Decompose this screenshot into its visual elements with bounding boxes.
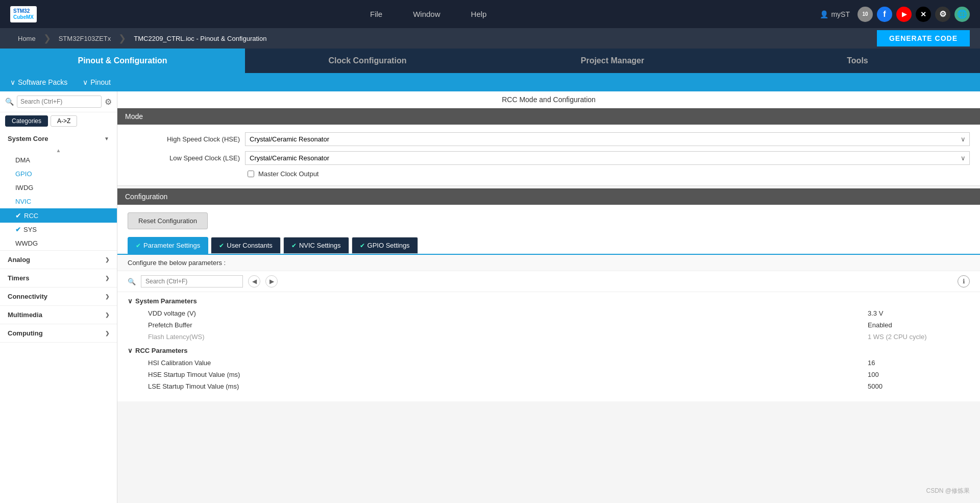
sidebar-section-timers: Timers ❯: [0, 269, 117, 288]
sidebar-item-nvic[interactable]: NVIC: [0, 195, 117, 208]
config-tab-nvic-settings[interactable]: ✔ NVIC Settings: [283, 237, 349, 254]
config-section-header: Configuration: [117, 188, 980, 205]
menu-bar: STM32 CubeMX File Window Help 👤 myST 10 …: [0, 0, 980, 28]
generate-code-button[interactable]: GENERATE CODE: [877, 30, 970, 46]
hse-label: High Speed Clock (HSE): [128, 135, 240, 143]
check-icon-gpio: ✔: [360, 242, 365, 249]
tree-item-vdd-voltage: VDD voltage (V) 3.3 V: [128, 307, 970, 319]
breadcrumb-device[interactable]: STM32F103ZETx: [51, 35, 119, 42]
hse-select-wrapper: Crystal/Ceramic Resonator Disable BYPASS…: [245, 132, 970, 146]
tree-item-hse-startup: HSE Startup Timout Value (ms) 100: [128, 369, 970, 380]
social-icons: 10 f ▶ ✕ ⚙ 🌐: [857, 7, 970, 22]
sidebar-section-analog: Analog ❯: [0, 251, 117, 269]
mode-section-header: Mode: [117, 108, 980, 125]
sidebar: 🔍 ⚙ Categories A->Z System Core ▼ ▲ DMA …: [0, 91, 117, 503]
x-icon[interactable]: ✕: [916, 7, 931, 22]
menu-help[interactable]: Help: [471, 10, 487, 18]
lse-select-wrapper: Crystal/Ceramic Resonator Disable BYPASS…: [245, 151, 970, 165]
check-icon-rcc: ✔: [15, 211, 21, 220]
sidebar-item-dma[interactable]: DMA: [0, 153, 117, 167]
globe-icon[interactable]: 🌐: [954, 7, 970, 22]
hse-select[interactable]: Crystal/Ceramic Resonator Disable BYPASS…: [245, 132, 970, 146]
sidebar-search-area: 🔍 ⚙: [0, 91, 117, 112]
sidebar-section-header-analog[interactable]: Analog ❯: [0, 251, 117, 269]
chevron-right-icon-analog: ❯: [105, 257, 109, 262]
sidebar-section-header-connectivity[interactable]: Connectivity ❯: [0, 288, 117, 305]
user-icon: 👤: [820, 10, 828, 18]
chevron-right-icon-computing: ❯: [105, 330, 109, 336]
sidebar-section-multimedia: Multimedia ❯: [0, 306, 117, 324]
breadcrumb-bar: Home ❯ STM32F103ZETx ❯ TMC2209_CTRL.ioc …: [0, 28, 980, 49]
sidebar-item-sys[interactable]: ✔ SYS: [0, 223, 117, 236]
hse-row: High Speed Clock (HSE) Crystal/Ceramic R…: [128, 132, 970, 146]
tree-group-rcc-parameters: ∨ RCC Parameters HSI Calibration Value 1…: [128, 347, 970, 392]
sidebar-filter: Categories A->Z: [0, 112, 117, 130]
breadcrumb-project[interactable]: TMC2209_CTRL.ioc - Pinout & Configuratio…: [126, 35, 274, 42]
sidebar-item-iwdg[interactable]: IWDG: [0, 181, 117, 195]
master-clock-label: Master Clock Output: [258, 170, 319, 178]
lse-row: Low Speed Clock (LSE) Crystal/Ceramic Re…: [128, 151, 970, 165]
tree-group-system-parameters: ∨ System Parameters VDD voltage (V) 3.3 …: [128, 297, 970, 343]
content-area: RCC Mode and Configuration Mode High Spe…: [117, 91, 980, 503]
youtube-icon[interactable]: ▶: [896, 7, 912, 22]
breadcrumb-home[interactable]: Home: [10, 35, 43, 42]
sidebar-item-rcc[interactable]: ✔ RCC: [0, 208, 117, 223]
facebook-icon[interactable]: f: [877, 7, 892, 22]
tree-item-lse-startup: LSE Startup Timout Value (ms) 5000: [128, 380, 970, 392]
main-tabs: Pinout & Configuration Clock Configurati…: [0, 49, 980, 73]
tree-item-prefetch-buffer: Prefetch Buffer Enabled: [128, 319, 970, 331]
sub-tabs: ∨ Software Packs ∨ Pinout: [0, 73, 980, 91]
reset-configuration-button[interactable]: Reset Configuration: [128, 212, 208, 229]
filter-az-button[interactable]: A->Z: [51, 115, 77, 127]
chevron-right-icon-timers: ❯: [105, 275, 109, 281]
config-tab-parameter-settings[interactable]: ✔ Parameter Settings: [128, 237, 208, 254]
main-layout: 🔍 ⚙ Categories A->Z System Core ▼ ▲ DMA …: [0, 91, 980, 503]
menu-file[interactable]: File: [370, 10, 382, 18]
collapse-icon-system: ∨: [128, 297, 133, 305]
nav-prev-button[interactable]: ◀: [248, 275, 260, 288]
check-icon-sys: ✔: [15, 226, 21, 233]
tab-clock-configuration[interactable]: Clock Configuration: [245, 49, 490, 73]
tree-item-hsi-calibration: HSI Calibration Value 16: [128, 357, 970, 369]
mode-section: High Speed Clock (HSE) Crystal/Ceramic R…: [117, 125, 980, 186]
config-tab-gpio-settings[interactable]: ✔ GPIO Settings: [352, 237, 418, 254]
icon-10[interactable]: 10: [857, 7, 873, 22]
master-clock-checkbox[interactable]: [248, 171, 254, 177]
config-tab-user-constants[interactable]: ✔ User Constants: [211, 237, 281, 254]
tab-project-manager[interactable]: Project Manager: [490, 49, 735, 73]
tree-group-header-rcc-parameters[interactable]: ∨ RCC Parameters: [128, 347, 970, 354]
sidebar-item-gpio[interactable]: GPIO: [0, 167, 117, 181]
gear-icon[interactable]: ⚙: [105, 97, 112, 107]
params-search-input[interactable]: [141, 275, 243, 288]
watermark: CSDN @修炼果: [926, 487, 970, 495]
check-icon-user: ✔: [219, 242, 224, 249]
check-icon-param: ✔: [136, 242, 141, 249]
tab-tools[interactable]: Tools: [735, 49, 980, 73]
sidebar-section-header-multimedia[interactable]: Multimedia ❯: [0, 306, 117, 324]
lse-select[interactable]: Crystal/Ceramic Resonator Disable BYPASS…: [245, 151, 970, 165]
filter-categories-button[interactable]: Categories: [5, 115, 48, 127]
myst-button[interactable]: 👤 myST: [820, 10, 850, 18]
menu-right: 👤 myST 10 f ▶ ✕ ⚙ 🌐: [820, 7, 970, 22]
params-search-area: 🔍 ◀ ▶ ℹ: [117, 271, 980, 292]
search-input[interactable]: [17, 95, 102, 108]
github-icon[interactable]: ⚙: [935, 7, 950, 22]
nav-next-button[interactable]: ▶: [265, 275, 278, 288]
info-button[interactable]: ℹ: [958, 275, 970, 288]
tab-pinout-configuration[interactable]: Pinout & Configuration: [0, 49, 245, 73]
params-tree: ∨ System Parameters VDD voltage (V) 3.3 …: [117, 292, 980, 401]
sidebar-section-header-computing[interactable]: Computing ❯: [0, 324, 117, 342]
check-icon-nvic: ✔: [291, 242, 297, 249]
sidebar-section-header-timers[interactable]: Timers ❯: [0, 269, 117, 287]
chevron-right-icon-multimedia: ❯: [105, 312, 109, 318]
menu-window[interactable]: Window: [413, 10, 440, 18]
lse-label: Low Speed Clock (LSE): [128, 154, 240, 162]
sub-tab-pinout[interactable]: ∨ Pinout: [83, 78, 111, 86]
params-search-icon: 🔍: [128, 278, 136, 285]
sidebar-section-header-system-core[interactable]: System Core ▼: [0, 130, 117, 148]
sub-tab-software-packs[interactable]: ∨ Software Packs: [10, 78, 67, 86]
search-icon: 🔍: [5, 98, 14, 106]
tree-group-header-system-parameters[interactable]: ∨ System Parameters: [128, 297, 970, 305]
sidebar-item-wwdg[interactable]: WWDG: [0, 236, 117, 250]
master-clock-row: Master Clock Output: [128, 170, 970, 178]
